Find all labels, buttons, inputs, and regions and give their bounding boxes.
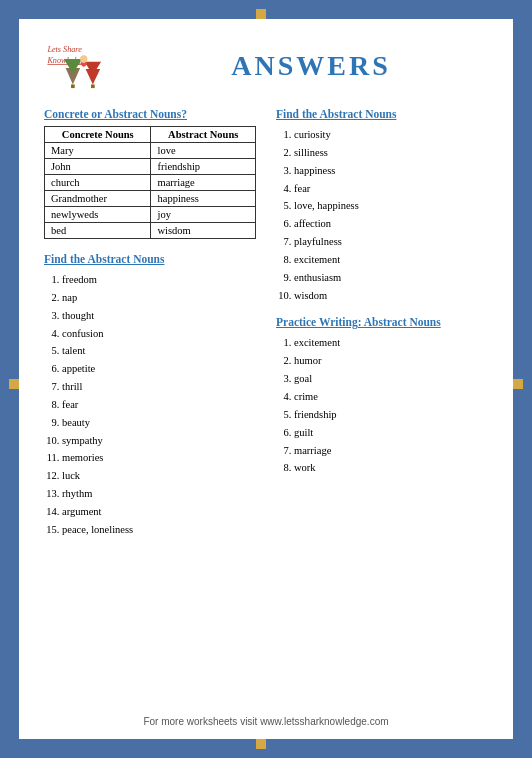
section3-list: curiositysillinesshappinessfearlove, hap…: [276, 126, 488, 304]
left-column: Concrete or Abstract Nouns? Concrete Nou…: [44, 108, 256, 539]
list-item: work: [294, 459, 488, 477]
list-item: thought: [62, 307, 256, 325]
list-item: excitement: [294, 251, 488, 269]
list-item: rhythm: [62, 485, 256, 503]
table-row: Johnfriendship: [45, 159, 256, 175]
abstract-noun-cell: happiness: [151, 191, 256, 207]
list-item: goal: [294, 370, 488, 388]
svg-rect-5: [71, 84, 75, 88]
table-row: Grandmotherhappiness: [45, 191, 256, 207]
list-item: silliness: [294, 144, 488, 162]
logo-area: Lets Share Knowledge: [44, 39, 134, 93]
abstract-noun-cell: friendship: [151, 159, 256, 175]
abstract-noun-cell: love: [151, 143, 256, 159]
list-item: fear: [62, 396, 256, 414]
section2-title: Find the Abstract Nouns: [44, 253, 256, 265]
list-item: luck: [62, 467, 256, 485]
list-item: playfulness: [294, 233, 488, 251]
concrete-abstract-table: Concrete Nouns Abstract Nouns MaryloveJo…: [44, 126, 256, 239]
svg-marker-7: [85, 62, 101, 76]
list-item: nap: [62, 289, 256, 307]
list-item: crime: [294, 388, 488, 406]
footer-text: For more worksheets visit www.letssharkn…: [19, 716, 513, 727]
section2-list: freedomnapthoughtconfusiontalentappetite…: [44, 271, 256, 539]
list-item: sympathy: [62, 432, 256, 450]
concrete-noun-cell: Grandmother: [45, 191, 151, 207]
list-item: enthusiasm: [294, 269, 488, 287]
svg-point-9: [80, 55, 87, 62]
list-item: peace, loneliness: [62, 521, 256, 539]
list-item: confusion: [62, 325, 256, 343]
list-item: fear: [294, 180, 488, 198]
list-item: love, happiness: [294, 197, 488, 215]
table-header-concrete: Concrete Nouns: [45, 127, 151, 143]
border-outer: Lets Share Knowledge: [6, 6, 526, 752]
table-row: bedwisdom: [45, 223, 256, 239]
page: Lets Share Knowledge: [19, 19, 513, 739]
abstract-noun-cell: wisdom: [151, 223, 256, 239]
table-header-abstract: Abstract Nouns: [151, 127, 256, 143]
table-row: newlywedsjoy: [45, 207, 256, 223]
svg-text:Lets Share: Lets Share: [46, 45, 82, 54]
list-item: marriage: [294, 442, 488, 460]
concrete-noun-cell: Mary: [45, 143, 151, 159]
svg-marker-4: [64, 59, 82, 74]
list-item: excitement: [294, 334, 488, 352]
page-title: ANSWERS: [134, 50, 488, 82]
section4-title: Practice Writing: Abstract Nouns: [276, 316, 488, 328]
section4-list: excitementhumorgoalcrimefriendshipguiltm…: [276, 334, 488, 477]
concrete-noun-cell: John: [45, 159, 151, 175]
abstract-noun-cell: marriage: [151, 175, 256, 191]
list-item: happiness: [294, 162, 488, 180]
list-item: guilt: [294, 424, 488, 442]
concrete-noun-cell: church: [45, 175, 151, 191]
list-item: friendship: [294, 406, 488, 424]
list-item: argument: [62, 503, 256, 521]
list-item: appetite: [62, 360, 256, 378]
list-item: affection: [294, 215, 488, 233]
concrete-noun-cell: bed: [45, 223, 151, 239]
list-item: thrill: [62, 378, 256, 396]
list-item: beauty: [62, 414, 256, 432]
logo-svg: Lets Share Knowledge: [44, 39, 129, 89]
svg-rect-8: [91, 84, 95, 88]
list-item: wisdom: [294, 287, 488, 305]
list-item: humor: [294, 352, 488, 370]
concrete-noun-cell: newlyweds: [45, 207, 151, 223]
main-content: Concrete or Abstract Nouns? Concrete Nou…: [44, 108, 488, 539]
list-item: talent: [62, 342, 256, 360]
table-row: Marylove: [45, 143, 256, 159]
section3-title: Find the Abstract Nouns: [276, 108, 488, 120]
list-item: curiosity: [294, 126, 488, 144]
section1-title: Concrete or Abstract Nouns?: [44, 108, 256, 120]
header: Lets Share Knowledge: [44, 39, 488, 93]
list-item: memories: [62, 449, 256, 467]
table-row: churchmarriage: [45, 175, 256, 191]
list-item: freedom: [62, 271, 256, 289]
abstract-noun-cell: joy: [151, 207, 256, 223]
right-column: Find the Abstract Nouns curiositysilline…: [276, 108, 488, 539]
practice-section: Practice Writing: Abstract Nouns excitem…: [276, 316, 488, 477]
